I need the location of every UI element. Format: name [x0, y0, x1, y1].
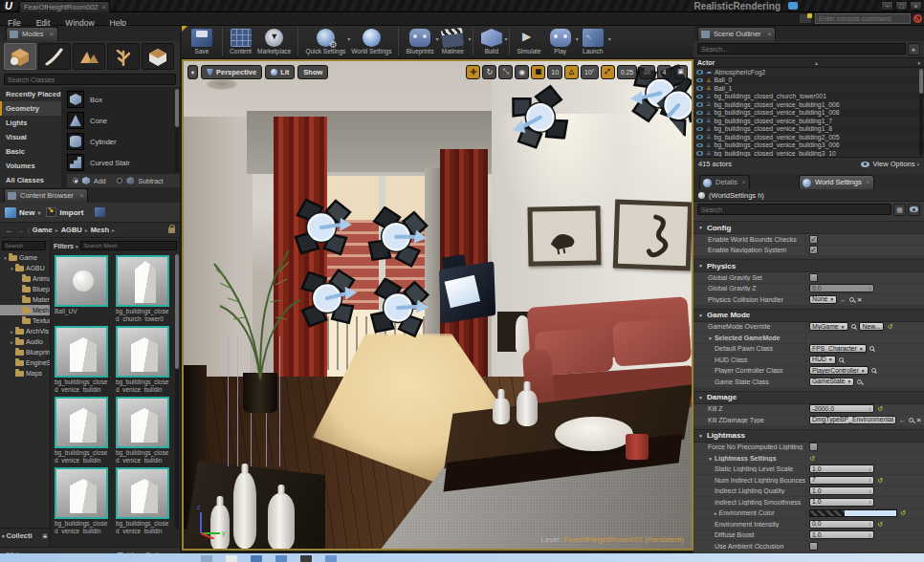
ao-checkbox[interactable]	[809, 542, 818, 551]
surface-snap-button[interactable]: ◉	[515, 65, 529, 79]
breadcrumb-game[interactable]: Game	[33, 226, 53, 234]
show-button[interactable]: Show	[297, 65, 328, 79]
actor-row[interactable]: ♙ bg_buildings_closed_venice_building1_0…	[693, 109, 924, 118]
maximize-viewport-button[interactable]: ▣	[673, 65, 688, 79]
static-lighting-scale-field[interactable]: 1.0↕	[809, 465, 874, 473]
view-options-eye-icon[interactable]	[908, 204, 920, 216]
actor-row[interactable]: ♙ bg_buildings_closed_venice_building1_7	[693, 117, 924, 125]
wall-picture-1[interactable]	[527, 205, 601, 266]
mode-category[interactable]: Volumes	[0, 159, 61, 173]
chevron-down-icon[interactable]: ▾	[504, 35, 507, 42]
asset-thumbnail[interactable]	[116, 467, 169, 519]
reset-icon[interactable]: ↺	[877, 405, 883, 412]
asset-tile[interactable]: bg_buildings_closed_church_tower0	[116, 255, 171, 322]
mode-category[interactable]: Recently Placed	[0, 87, 61, 101]
new-gamemode-button[interactable]: New...	[859, 322, 885, 331]
player-controller-dropdown[interactable]: PlayerController▼	[809, 366, 869, 375]
toolbar-button[interactable]: Simulate ▾	[509, 28, 543, 55]
taskbar-icon[interactable]	[226, 555, 237, 562]
asset-thumbnail[interactable]	[55, 467, 108, 519]
quality-field[interactable]: 1.0↕	[809, 486, 874, 495]
folder-blueprint[interactable]: Blueprint	[0, 347, 50, 357]
visibility-eye-icon[interactable]	[696, 78, 703, 83]
save-all-icon[interactable]	[95, 207, 105, 217]
asset-tile[interactable]: bg_buildings_closed_venice_buildin	[116, 397, 171, 464]
source-control-icon[interactable]	[800, 14, 811, 23]
settings-search-input[interactable]	[697, 204, 891, 215]
view-options-button[interactable]: View Options▾	[861, 160, 919, 168]
rotation-snap-value[interactable]: 10°	[581, 65, 599, 79]
visibility-eye-icon[interactable]	[696, 102, 703, 107]
reset-icon[interactable]: ↺	[877, 521, 883, 528]
folder-enginesl[interactable]: EngineSl	[0, 357, 50, 368]
rotate-tool-button[interactable]: ↻	[482, 65, 496, 79]
mode-category[interactable]: Basic	[0, 144, 61, 159]
pawn-class-dropdown[interactable]: FPS_Character▼	[809, 344, 867, 353]
toolbar-button[interactable]: Matinee ▾	[436, 28, 469, 55]
viewport[interactable]: z y ▾ Perspective Lit Show ✛ ↻ ⤡ ◉ ▦ 10 …	[182, 59, 693, 551]
environment-color-swatch[interactable]	[809, 509, 897, 517]
mode-paint-button[interactable]	[38, 43, 71, 70]
folder-mesh[interactable]: Mesh	[0, 305, 50, 315]
folder-audio[interactable]: ▸Audio	[0, 336, 50, 347]
asset-tile[interactable]: bg_buildings_closed_venice_buildin	[55, 326, 110, 393]
actor-row[interactable]: ♙ bg_buildings_closed_church_tower001	[693, 93, 924, 101]
taskbar-icon[interactable]	[201, 555, 212, 562]
table-vase[interactable]	[517, 390, 538, 426]
tab-modes[interactable]: Modes ×	[6, 27, 58, 41]
toolbar-button[interactable]: Quick Settings ▾	[297, 28, 348, 55]
breadcrumb-agbu[interactable]: AGBU	[61, 226, 82, 234]
close-icon[interactable]: ×	[50, 30, 55, 38]
tab-world-settings[interactable]: World Settings×	[799, 175, 874, 189]
section-game-mode[interactable]: ▼Game Mode	[693, 310, 924, 322]
bounces-field[interactable]: 7↕	[809, 476, 874, 485]
visibility-eye-icon[interactable]	[696, 111, 703, 116]
kill-z-field[interactable]: -2000.0↕	[809, 404, 874, 413]
close-button[interactable]: ×	[910, 1, 922, 11]
floor-vase[interactable]	[268, 493, 295, 551]
bounds-checkbox[interactable]: ✓	[809, 235, 818, 244]
scrollbar-thumb[interactable]	[919, 69, 923, 94]
mode-landscape-button[interactable]	[73, 43, 105, 70]
outliner-filter-icon[interactable]: ▸	[908, 43, 920, 55]
toolbar-button[interactable]: Launch ▾	[577, 28, 609, 55]
smoothness-field[interactable]: 1.0↕	[809, 498, 874, 507]
taskbar-icon[interactable]	[251, 555, 262, 562]
lit-button[interactable]: Lit	[265, 65, 295, 79]
diffuse-boost-field[interactable]: 1.0↕	[809, 530, 874, 539]
game-state-dropdown[interactable]: GameState▼	[809, 378, 854, 386]
close-icon[interactable]: ×	[767, 30, 772, 38]
asset-tile[interactable]: bg_buildings_closed_venice_buildin	[116, 326, 171, 393]
column-options-icon[interactable]: ▾	[917, 60, 920, 66]
section-lightmass[interactable]: ▼Lightmass	[693, 430, 924, 443]
browse-icon[interactable]	[839, 357, 844, 362]
spotlight-billboard-icon[interactable]	[296, 267, 361, 332]
property-matrix-icon[interactable]: ▦	[893, 204, 906, 216]
browse-icon[interactable]	[851, 324, 856, 329]
browse-icon[interactable]	[849, 297, 854, 302]
actor-row[interactable]: ♙ Ball_0	[693, 76, 924, 85]
search-classes-input[interactable]	[4, 74, 176, 85]
scale-tool-button[interactable]: ⤡	[498, 65, 513, 79]
environment-intensity-field[interactable]: 0.0↕	[809, 520, 874, 529]
toolbar-button[interactable]: Marketplace ▾	[254, 28, 294, 55]
visibility-eye-icon[interactable]	[696, 135, 703, 140]
asset-tile[interactable]: bg_buildings_closed_venice_buildin	[55, 467, 110, 534]
tab-scene-outliner[interactable]: Scene Outliner ×	[697, 27, 776, 41]
lock-icon[interactable]	[168, 227, 175, 233]
folder-agbu[interactable]: ▾AGBU	[0, 263, 50, 273]
breadcrumb-mesh[interactable]: Mesh	[91, 226, 109, 234]
toolbar-button[interactable]: World Settings ▾	[348, 28, 394, 55]
visibility-eye-icon[interactable]	[696, 143, 703, 148]
actor-row[interactable]: ☁ AtmosphericFog2	[693, 68, 924, 76]
browse-icon[interactable]	[909, 418, 913, 422]
force-no-precomputed-checkbox[interactable]	[809, 443, 818, 451]
chevron-down-icon[interactable]: ▾	[608, 35, 611, 42]
visibility-eye-icon[interactable]	[696, 70, 703, 75]
chevron-down-icon[interactable]: ▾	[468, 35, 471, 42]
tab-close-icon[interactable]: ×	[101, 3, 106, 11]
camera-actor[interactable]	[413, 249, 511, 341]
spotlight-billboard-icon[interactable]	[293, 199, 352, 258]
geometry-item[interactable]: Box	[67, 89, 172, 110]
asset-thumbnail[interactable]	[55, 326, 108, 378]
